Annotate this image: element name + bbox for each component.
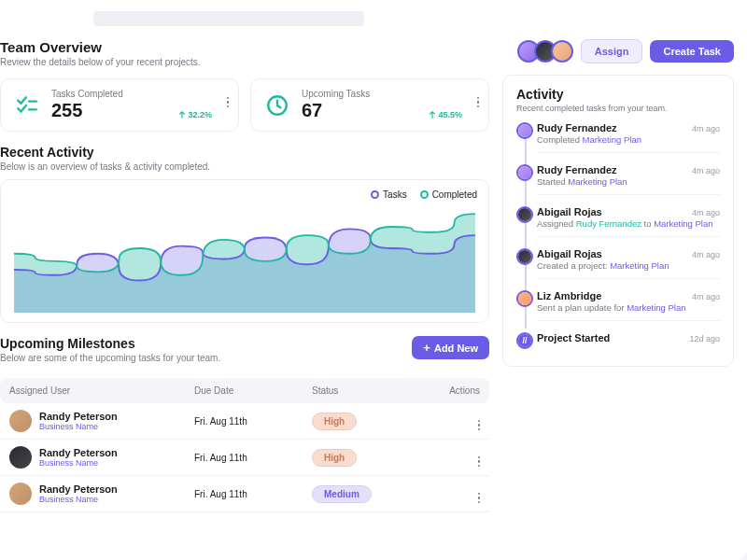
due-date: Fri. Aug 11th	[194, 453, 312, 463]
milestones-subtitle: Below are some of the upcoming tasks for…	[0, 353, 220, 363]
activity-chart-card: Tasks Completed	[0, 179, 489, 323]
activity-user-name: Rudy Fernandez	[537, 122, 617, 133]
activity-description: Assigned Rudy Fernandez to Marketing Pla…	[537, 218, 720, 229]
avatar	[9, 483, 32, 505]
col-status: Status	[312, 385, 413, 396]
row-actions-icon[interactable]	[413, 412, 480, 430]
activity-description: Started Marketing Plan	[537, 176, 720, 187]
timeline-avatar	[516, 206, 533, 223]
arrow-up-icon	[178, 111, 186, 119]
recent-activity-subtitle: Below is an overview of tasks & activity…	[0, 161, 489, 172]
timeline-avatar	[516, 290, 533, 307]
activity-item: Rudy Fernandez 4m ago Completed Marketin…	[537, 122, 720, 153]
activity-time: 12d ago	[689, 334, 720, 343]
activity-time: 4m ago	[692, 250, 720, 259]
assign-button[interactable]: Assign	[581, 39, 643, 63]
activity-title: Activity	[516, 87, 720, 102]
activity-time: 4m ago	[692, 208, 720, 217]
activity-user-name: Abigail Rojas	[537, 248, 602, 259]
user-sub: Business Name	[39, 458, 118, 468]
activity-description: Created a project: Marketing Plan	[537, 260, 720, 271]
user-name: Randy Peterson	[39, 447, 118, 458]
arrow-up-icon	[429, 111, 436, 119]
milestones-table-header: Assigned User Due Date Status Actions	[0, 378, 489, 403]
status-badge: High	[312, 449, 357, 467]
activity-item: // Project Started 12d ago	[537, 332, 720, 343]
upcoming-tasks-card: Upcoming Tasks 67 45.5%	[250, 78, 489, 132]
activity-item: Rudy Fernandez 4m ago Started Marketing …	[537, 164, 720, 195]
status-badge: Medium	[312, 485, 372, 503]
table-row[interactable]: Randy Peterson Business Name Fri. Aug 11…	[0, 440, 489, 476]
row-actions-icon[interactable]	[413, 484, 480, 503]
activity-user-name: Rudy Fernandez	[537, 164, 617, 175]
legend-completed[interactable]: Completed	[420, 189, 477, 200]
activity-item: Abigail Rojas 4m ago Created a project: …	[537, 248, 720, 279]
table-row[interactable]: Randy Peterson Business Name Fri. Aug 11…	[0, 403, 489, 440]
activity-user-name: Liz Ambridge	[537, 290, 601, 301]
activity-user-name: Project Started	[537, 332, 610, 343]
recent-activity-title: Recent Activity	[0, 145, 489, 160]
activity-description: Completed Marketing Plan	[537, 134, 720, 145]
avatar	[9, 410, 32, 432]
timeline-avatar: //	[516, 332, 533, 349]
user-sub: Business Name	[39, 422, 118, 431]
legend-dot-icon	[420, 190, 429, 199]
checklist-icon	[12, 91, 42, 120]
activity-time: 4m ago	[692, 166, 720, 175]
legend-tasks[interactable]: Tasks	[371, 189, 407, 200]
due-date: Fri. Aug 11th	[194, 416, 312, 427]
avatar[interactable]	[551, 40, 573, 63]
activity-description: Sent a plan update for Marketing Plan	[537, 302, 720, 313]
create-task-button[interactable]: Create Task	[650, 40, 734, 63]
stat-delta: 32.2%	[178, 110, 212, 119]
col-due: Due Date	[194, 385, 312, 396]
search-placeholder-bar	[93, 11, 364, 26]
tasks-completed-card: Tasks Completed 255 32.2%	[0, 78, 239, 132]
clock-icon	[262, 91, 292, 120]
page-title: Team Overview	[0, 39, 201, 55]
activity-subtitle: Recent completed tasks from your team.	[516, 104, 720, 113]
status-badge: High	[312, 413, 357, 430]
table-row[interactable]: Randy Peterson Business Name Fri. Aug 11…	[0, 476, 489, 512]
stat-label: Tasks Completed	[51, 89, 227, 99]
activity-item: Abigail Rojas 4m ago Assigned Rudy Ferna…	[537, 206, 720, 237]
activity-chart	[12, 205, 477, 313]
row-actions-icon[interactable]	[413, 448, 480, 467]
user-sub: Business Name	[39, 495, 118, 504]
legend-dot-icon	[371, 190, 379, 199]
col-actions: Actions	[413, 385, 480, 396]
col-user: Assigned User	[9, 385, 194, 396]
activity-time: 4m ago	[692, 124, 720, 133]
avatar	[9, 446, 32, 469]
card-menu-icon[interactable]	[227, 89, 230, 107]
activity-item: Liz Ambridge 4m ago Sent a plan update f…	[537, 290, 720, 321]
stat-label: Upcoming Tasks	[302, 89, 477, 99]
stat-delta: 45.5%	[429, 110, 462, 119]
due-date: Fri. Aug 11th	[194, 489, 312, 499]
activity-panel: Activity Recent completed tasks from you…	[502, 75, 734, 367]
team-avatar-group[interactable]	[523, 40, 573, 63]
timeline-avatar	[516, 164, 533, 181]
timeline-avatar	[516, 122, 533, 139]
timeline-avatar	[516, 248, 533, 265]
milestones-title: Upcoming Milestones	[0, 336, 220, 351]
activity-user-name: Abigail Rojas	[537, 206, 602, 217]
activity-time: 4m ago	[692, 292, 720, 301]
user-name: Randy Peterson	[39, 411, 118, 422]
user-name: Randy Peterson	[39, 483, 118, 495]
plus-icon: +	[423, 342, 430, 354]
card-menu-icon[interactable]	[477, 89, 480, 107]
add-new-button[interactable]: + Add New	[412, 336, 489, 359]
page-subtitle: Review the details below of your recent …	[0, 57, 201, 67]
